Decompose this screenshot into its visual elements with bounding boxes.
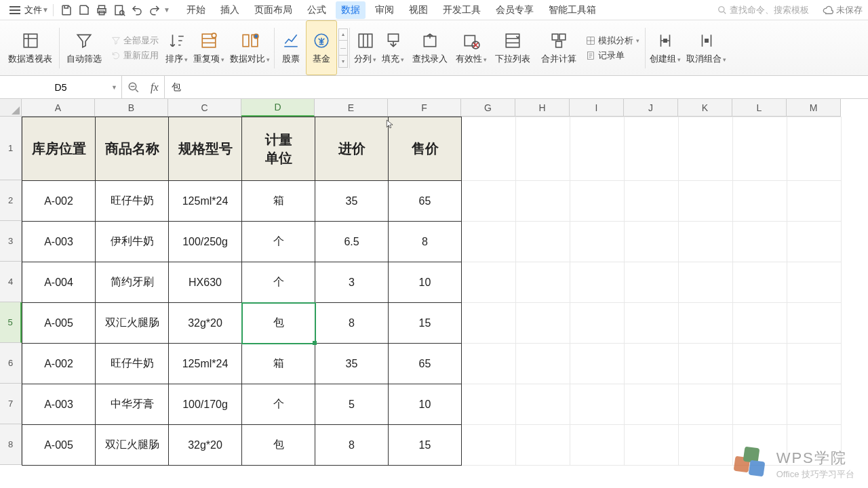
cell[interactable] <box>679 181 733 222</box>
text-to-columns-button[interactable]: 分列▾ <box>351 20 379 75</box>
record-form-button[interactable]: 记录单 <box>586 49 639 62</box>
ungroup-button[interactable]: 取消组合▾ <box>684 20 729 75</box>
cell[interactable] <box>679 262 733 303</box>
cell[interactable]: 个 <box>242 222 315 262</box>
dropdown-list-button[interactable]: 下拉列表 <box>490 20 536 75</box>
cell[interactable] <box>733 384 787 425</box>
column-header[interactable]: B <box>95 99 168 117</box>
cell[interactable] <box>462 425 516 466</box>
cell[interactable] <box>733 117 787 181</box>
tab-view[interactable]: 视图 <box>403 1 433 19</box>
cell[interactable] <box>570 181 625 222</box>
undo-icon[interactable] <box>131 4 143 16</box>
cell[interactable] <box>625 303 679 344</box>
save-icon[interactable] <box>60 4 73 16</box>
tab-review[interactable]: 审阅 <box>370 1 399 19</box>
fx-icon[interactable]: fx <box>151 81 159 94</box>
column-header[interactable]: J <box>624 99 678 117</box>
cell[interactable]: 35 <box>315 181 389 222</box>
column-header[interactable]: M <box>787 99 841 117</box>
cell[interactable]: 32g*20 <box>169 303 242 344</box>
save-as-icon[interactable] <box>78 4 90 16</box>
cell[interactable] <box>679 117 733 181</box>
cell[interactable] <box>733 222 787 262</box>
row-header[interactable]: 6 <box>0 343 22 384</box>
cell[interactable]: 售价 <box>389 117 462 181</box>
column-header[interactable]: C <box>168 99 241 117</box>
column-header[interactable]: L <box>732 99 787 117</box>
cell[interactable] <box>679 303 733 344</box>
cell[interactable]: 100/250g <box>169 222 242 262</box>
cell[interactable]: 库房位置 <box>22 117 96 181</box>
tab-devtools[interactable]: 开发工具 <box>437 1 486 19</box>
cell[interactable]: 箱 <box>242 181 315 222</box>
name-box-input[interactable] <box>0 82 121 93</box>
cell[interactable]: 旺仔牛奶 <box>96 344 169 384</box>
cell[interactable] <box>462 303 516 344</box>
cell[interactable]: 8 <box>315 425 389 466</box>
cell[interactable]: A-003 <box>22 384 96 425</box>
cell[interactable]: 规格型号 <box>169 117 242 181</box>
sort-button[interactable]: 排序▾ <box>163 20 191 75</box>
cell[interactable] <box>570 303 625 344</box>
consolidate-button[interactable]: 合并计算 <box>536 20 582 75</box>
cell[interactable] <box>787 303 842 344</box>
cell[interactable]: 6.5 <box>315 222 389 262</box>
file-menu[interactable]: 文件 <box>24 4 42 16</box>
cell[interactable] <box>787 344 842 384</box>
row-header[interactable]: 3 <box>0 221 22 262</box>
cell[interactable] <box>570 262 625 303</box>
cell[interactable]: 10 <box>389 262 462 303</box>
cell[interactable]: 个 <box>242 384 315 425</box>
cell[interactable]: 计量单位 <box>242 117 315 181</box>
cell[interactable]: 32g*20 <box>169 425 242 466</box>
cell[interactable] <box>462 384 516 425</box>
print-preview-icon[interactable] <box>113 4 125 16</box>
cell[interactable]: A-005 <box>22 303 96 344</box>
cell[interactable] <box>516 181 570 222</box>
cell[interactable] <box>625 425 679 466</box>
row-header[interactable]: 2 <box>0 180 22 221</box>
cell[interactable]: 125ml*24 <box>169 344 242 384</box>
cell[interactable]: 双汇火腿肠 <box>96 425 169 466</box>
save-state[interactable]: 未保存 <box>823 4 863 16</box>
fund-button[interactable]: 基金 <box>306 20 337 75</box>
cell[interactable]: A-004 <box>22 262 96 303</box>
cell[interactable]: 8 <box>389 222 462 262</box>
cell[interactable]: HX630 <box>169 262 242 303</box>
cell[interactable] <box>733 344 787 384</box>
cell[interactable] <box>625 222 679 262</box>
validity-button[interactable]: 有效性▾ <box>453 20 490 75</box>
cell[interactable] <box>787 262 842 303</box>
cell[interactable] <box>516 117 570 181</box>
cell[interactable]: 简约牙刷 <box>96 262 169 303</box>
cell[interactable]: 包 <box>242 303 315 344</box>
cell[interactable] <box>516 262 570 303</box>
cell[interactable] <box>570 384 625 425</box>
cell[interactable] <box>570 222 625 262</box>
cell[interactable]: A-002 <box>22 181 96 222</box>
cell[interactable] <box>679 425 733 466</box>
cell[interactable]: 8 <box>315 303 389 344</box>
cell[interactable] <box>516 222 570 262</box>
cell[interactable]: 65 <box>389 181 462 222</box>
cell[interactable]: 100/170g <box>169 384 242 425</box>
cell[interactable] <box>625 117 679 181</box>
select-all-corner[interactable] <box>0 99 22 117</box>
duplicates-button[interactable]: 重复项▾ <box>191 20 227 75</box>
cell[interactable] <box>570 344 625 384</box>
row-header[interactable]: 5 <box>0 302 22 343</box>
tab-formula[interactable]: 公式 <box>302 1 332 19</box>
column-header[interactable]: D <box>241 99 315 117</box>
cell[interactable] <box>516 344 570 384</box>
cell[interactable]: 35 <box>315 344 389 384</box>
cell[interactable]: 箱 <box>242 344 315 384</box>
cell[interactable]: A-005 <box>22 425 96 466</box>
cell[interactable]: 进价 <box>315 117 389 181</box>
column-header[interactable]: E <box>315 99 388 117</box>
column-header[interactable]: H <box>515 99 570 117</box>
hamburger-menu[interactable] <box>5 6 24 14</box>
column-header[interactable]: A <box>22 99 95 117</box>
cell[interactable] <box>516 384 570 425</box>
group-button[interactable]: 创建组▾ <box>647 20 684 75</box>
